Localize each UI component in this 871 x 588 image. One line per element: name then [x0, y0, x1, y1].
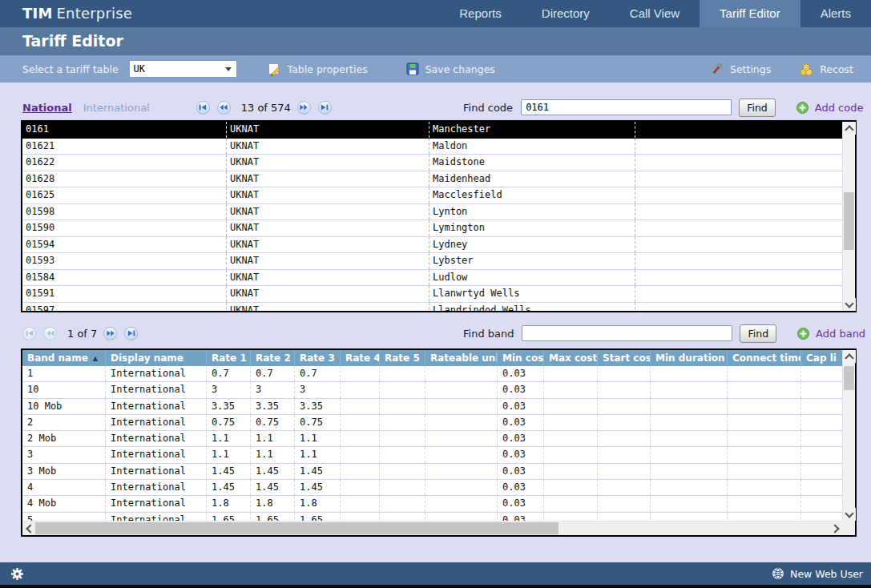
rate4-cell — [341, 366, 380, 381]
rate4-cell — [341, 399, 380, 414]
tariff-table-select[interactable]: UK — [129, 60, 237, 78]
nav-item[interactable]: Tariff Editor — [700, 0, 800, 27]
band-row[interactable]: 3 Mob International 1.45 1.45 1.45 0.03 — [22, 464, 842, 480]
rate1-cell: 1.45 — [207, 480, 251, 495]
code-row[interactable]: 01594 UKNAT Lydney — [22, 237, 842, 254]
chevron-left-icon — [26, 524, 34, 533]
column-header-start-cost[interactable]: Start cost — [598, 350, 651, 366]
previous-page-button[interactable] — [217, 101, 231, 115]
code-row[interactable]: 01591 UKNAT Llanwrtyd Wells — [22, 286, 842, 303]
start-cost-cell — [598, 513, 651, 521]
previous-page-button[interactable] — [43, 327, 57, 340]
code-row[interactable]: 01598 UKNAT Lynton — [22, 204, 842, 221]
scrollbar-thumb[interactable] — [35, 522, 558, 534]
chevron-down-icon — [225, 67, 232, 71]
find-code-input[interactable] — [521, 99, 732, 115]
codes-vertical-scrollbar[interactable] — [842, 122, 855, 311]
first-page-button[interactable] — [22, 327, 36, 340]
nav-item[interactable]: Directory — [522, 0, 610, 27]
band-row[interactable]: 4 Mob International 1.8 1.8 1.8 0.03 — [22, 496, 842, 512]
find-band-input[interactable] — [522, 325, 732, 341]
column-header-min-duration[interactable]: Min duration — [651, 350, 728, 366]
rateable-unit-cell — [425, 447, 498, 462]
code-row[interactable]: 01597 UKNAT Llandrindod Wells — [22, 303, 842, 312]
select-tariff-table-label: Select a tariff table — [22, 63, 119, 75]
gear-icon[interactable] — [10, 567, 24, 581]
chevron-up-icon — [845, 125, 853, 134]
find-band-button[interactable]: Find — [740, 324, 776, 343]
column-header-band-name[interactable]: Band name▲ — [22, 350, 106, 366]
min-cost-cell: 0.03 — [498, 464, 544, 479]
min-duration-cell — [651, 415, 728, 430]
add-code-link[interactable]: Add code — [796, 102, 864, 114]
band-row[interactable]: 2 Mob International 1.1 1.1 1.1 0.03 — [22, 431, 842, 447]
last-page-button[interactable] — [124, 327, 138, 340]
bands-horizontal-scrollbar[interactable] — [22, 521, 842, 535]
code-cell: 01584 — [22, 270, 227, 286]
table-properties-button[interactable]: Table properties — [268, 62, 368, 76]
codes-table-rows: 0161 UKNAT Manchester 01621 UKNAT Maldon… — [22, 122, 842, 311]
find-code-button[interactable]: Find — [739, 99, 776, 117]
add-band-link[interactable]: Add band — [797, 328, 865, 340]
scroll-down-button[interactable] — [843, 508, 856, 521]
start-cost-cell — [598, 480, 651, 495]
last-page-button[interactable] — [318, 101, 332, 115]
save-changes-button[interactable]: Save changes — [406, 62, 495, 75]
scroll-right-button[interactable] — [829, 522, 842, 535]
column-header-rate2[interactable]: Rate 2 — [251, 350, 295, 366]
nav-item[interactable]: Call View — [610, 0, 700, 27]
code-row[interactable]: 0161 UKNAT Manchester — [22, 122, 842, 139]
recost-button[interactable]: Recost — [800, 62, 853, 76]
scroll-up-button[interactable] — [843, 350, 856, 363]
rate1-cell: 1.1 — [207, 431, 251, 446]
scrollbar-thumb[interactable] — [844, 192, 854, 250]
tab[interactable]: National — [22, 102, 72, 114]
band-row[interactable]: 2 International 0.75 0.75 0.75 0.03 — [22, 415, 842, 431]
code-row[interactable]: 01584 UKNAT Ludlow — [22, 270, 842, 287]
band-row[interactable]: 5 International 1.65 1.65 1.65 0.03 — [22, 513, 842, 521]
column-header-min-cost[interactable]: Min cost — [498, 350, 544, 366]
settings-button[interactable]: Settings — [711, 62, 771, 75]
bands-vertical-scrollbar[interactable] — [842, 350, 855, 521]
scroll-left-button[interactable] — [22, 522, 35, 535]
code-row[interactable]: 01628 UKNAT Maidenhead — [22, 171, 842, 188]
next-page-button[interactable] — [103, 327, 117, 340]
settings-label: Settings — [730, 63, 771, 75]
code-row[interactable]: 01590 UKNAT Lymington — [22, 220, 842, 237]
column-header-rate5[interactable]: Rate 5 — [380, 350, 425, 366]
column-header-rateable-unit[interactable]: Rateable unit — [425, 350, 498, 366]
first-page-button[interactable] — [196, 101, 210, 115]
code-row[interactable]: 01621 UKNAT Maldon — [22, 139, 842, 155]
rate2-cell: 1.1 — [251, 431, 295, 446]
column-header-rate3[interactable]: Rate 3 — [295, 350, 341, 366]
band-row[interactable]: 1 International 0.7 0.7 0.7 0.03 — [22, 366, 842, 382]
column-header-connect-time[interactable]: Connect time — [728, 350, 801, 366]
nav-item[interactable]: Reports — [439, 0, 522, 27]
cap-limit-cell — [801, 382, 842, 397]
column-header-rate4[interactable]: Rate 4 — [341, 350, 380, 366]
code-row[interactable]: 01593 UKNAT Lybster — [22, 253, 842, 270]
band-row[interactable]: 10 Mob International 3.35 3.35 3.35 0.03 — [22, 399, 842, 415]
rate4-cell — [341, 447, 380, 462]
code-cell: 01621 — [22, 139, 227, 155]
scrollbar-thumb[interactable] — [844, 366, 854, 390]
nav-item-label: Call View — [630, 6, 679, 20]
nav-item[interactable]: Alerts — [800, 0, 871, 27]
column-header-display-name[interactable]: Display name — [106, 350, 207, 366]
rate1-cell: 0.7 — [207, 366, 251, 381]
min-duration-cell — [651, 480, 728, 495]
tab[interactable]: International — [83, 102, 150, 114]
code-row[interactable]: 01625 UKNAT Macclesfield — [22, 187, 842, 204]
code-row[interactable]: 01622 UKNAT Maidstone — [22, 155, 842, 171]
band-row[interactable]: 3 International 1.1 1.1 1.1 0.03 — [22, 447, 842, 463]
column-header-rate1[interactable]: Rate 1 — [207, 350, 251, 366]
scroll-up-button[interactable] — [843, 122, 856, 135]
band-row[interactable]: 10 International 3 3 3 0.03 — [22, 382, 842, 398]
band-row[interactable]: 4 International 1.45 1.45 1.45 0.03 — [22, 480, 842, 496]
tariff-table-value: UK — [134, 63, 145, 75]
new-web-user-link[interactable]: New Web User — [772, 567, 863, 580]
scroll-down-button[interactable] — [843, 298, 856, 311]
column-header-cap-limit[interactable]: Cap li — [801, 350, 842, 366]
column-header-max-cost[interactable]: Max cost — [544, 350, 598, 366]
next-page-button[interactable] — [297, 101, 311, 115]
